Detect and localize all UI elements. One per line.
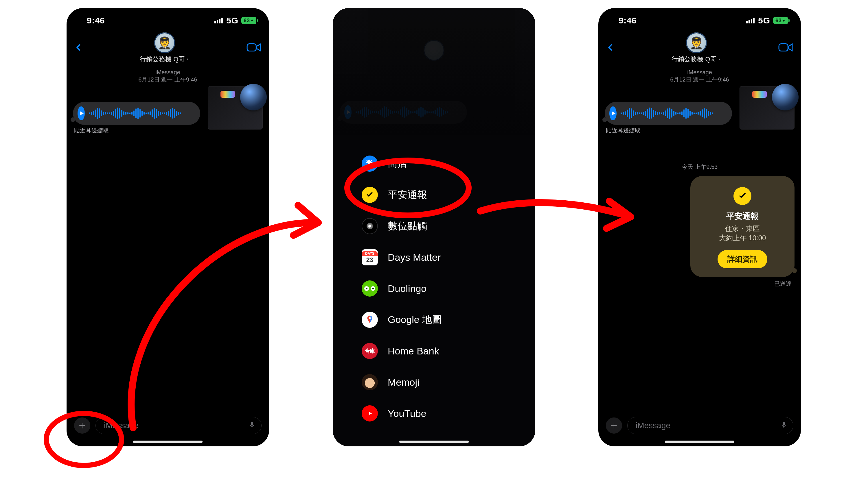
message-input[interactable]: iMessage bbox=[627, 417, 793, 434]
card-details-button[interactable]: 詳細資訊 bbox=[717, 250, 767, 268]
phone-screenshot-2: 商店 平安通報 數位點觸 DAYS23 Days Matter Duolingo… bbox=[333, 8, 535, 446]
google-maps-icon bbox=[362, 312, 378, 328]
back-button[interactable] bbox=[75, 42, 83, 54]
mic-icon[interactable] bbox=[249, 421, 255, 430]
menu-item-checkin[interactable]: 平安通報 bbox=[362, 187, 518, 203]
chevron-right-icon bbox=[186, 58, 189, 61]
input-placeholder: iMessage bbox=[636, 421, 671, 430]
photo-attachment[interactable] bbox=[740, 86, 795, 130]
status-time: 9:46 bbox=[87, 15, 105, 26]
raise-to-listen-hint: 貼近耳邊聽取 bbox=[74, 127, 109, 134]
menu-item-duolingo[interactable]: Duolingo bbox=[362, 281, 518, 297]
digital-touch-icon bbox=[362, 218, 378, 234]
menu-label: YouTube bbox=[388, 408, 427, 419]
play-icon[interactable] bbox=[609, 106, 617, 120]
contact-header[interactable]: 🧑‍✈️ 行銷公務機 Q哥 bbox=[672, 32, 721, 64]
status-bar: 9:46 5G 63 bbox=[66, 8, 269, 27]
contact-header[interactable]: 🧑‍✈️ 行銷公務機 Q哥 bbox=[140, 32, 189, 64]
input-placeholder: iMessage bbox=[104, 421, 138, 430]
check-icon bbox=[734, 187, 751, 205]
menu-item-memoji[interactable]: Memoji bbox=[362, 374, 518, 390]
imessage-app-menu: 商店 平安通報 數位點觸 DAYS23 Days Matter Duolingo… bbox=[362, 156, 518, 422]
menu-item-store[interactable]: 商店 bbox=[362, 156, 518, 172]
back-button[interactable] bbox=[607, 42, 615, 54]
youtube-icon bbox=[362, 405, 378, 422]
home-bank-icon: 合庫 bbox=[362, 343, 378, 359]
avatar: 🧑‍✈️ bbox=[154, 32, 175, 53]
waveform-icon bbox=[621, 107, 713, 119]
status-bar: 9:46 5G 63 bbox=[598, 8, 801, 27]
phone-screenshot-1: 9:46 5G 63 🧑‍✈️ 行銷公務機 Q哥 iMessage 6月12日 … bbox=[66, 8, 269, 446]
menu-label: 商店 bbox=[388, 157, 407, 170]
card-title: 平安通報 bbox=[696, 211, 789, 222]
chevron-right-icon bbox=[718, 58, 721, 61]
svg-point-1 bbox=[369, 317, 371, 319]
audio-message[interactable] bbox=[605, 102, 732, 125]
svg-rect-0 bbox=[247, 44, 256, 51]
menu-item-home-bank[interactable]: 合庫 Home Bank bbox=[362, 343, 518, 359]
memoji-icon bbox=[362, 374, 378, 390]
menu-label: Days Matter bbox=[388, 252, 441, 263]
photo-attachment[interactable] bbox=[208, 86, 263, 130]
check-icon bbox=[362, 187, 378, 203]
facetime-button[interactable] bbox=[778, 42, 793, 54]
menu-label: Duolingo bbox=[388, 283, 427, 294]
contact-name: 行銷公務機 Q哥 bbox=[140, 55, 185, 64]
message-input[interactable]: iMessage bbox=[95, 417, 261, 434]
card-location: 住家・東區 bbox=[696, 224, 789, 233]
message-date: 6月12日 週一 上午9:46 bbox=[66, 76, 269, 83]
message-date: 6月12日 週一 上午9:46 bbox=[598, 76, 801, 83]
menu-label: 平安通報 bbox=[388, 188, 427, 201]
plus-button[interactable] bbox=[606, 418, 622, 434]
checkin-card[interactable]: 平安通報 住家・東區 大約上午 10:00 詳細資訊 bbox=[690, 176, 795, 277]
facetime-button[interactable] bbox=[247, 42, 261, 54]
battery-icon: 63 bbox=[773, 17, 788, 24]
menu-label: Home Bank bbox=[388, 346, 439, 357]
menu-label: 數位點觸 bbox=[388, 220, 427, 233]
appstore-icon bbox=[362, 156, 378, 172]
timestamp: 今天 上午9:53 bbox=[598, 163, 801, 171]
menu-label: Memoji bbox=[388, 377, 420, 388]
duolingo-icon bbox=[362, 281, 378, 297]
network-label: 5G bbox=[226, 15, 239, 26]
calendar-icon: DAYS23 bbox=[362, 249, 378, 265]
avatar: 🧑‍✈️ bbox=[686, 32, 707, 53]
home-indicator[interactable] bbox=[399, 441, 469, 443]
status-time: 9:46 bbox=[619, 15, 637, 26]
plus-button[interactable] bbox=[74, 418, 90, 434]
signal-icon bbox=[746, 18, 754, 24]
waveform-icon bbox=[89, 107, 181, 119]
delivered-label: 已送達 bbox=[598, 280, 792, 288]
home-indicator[interactable] bbox=[665, 441, 734, 443]
mic-icon[interactable] bbox=[780, 421, 787, 430]
menu-item-digital-touch[interactable]: 數位點觸 bbox=[362, 218, 518, 234]
svg-rect-2 bbox=[779, 44, 788, 51]
menu-item-youtube[interactable]: YouTube bbox=[362, 405, 518, 422]
menu-label: Google 地圖 bbox=[388, 313, 442, 326]
menu-item-days-matter[interactable]: DAYS23 Days Matter bbox=[362, 249, 518, 265]
card-eta: 大約上午 10:00 bbox=[696, 233, 789, 242]
home-indicator[interactable] bbox=[133, 441, 203, 443]
signal-icon bbox=[214, 18, 223, 24]
contact-name: 行銷公務機 Q哥 bbox=[672, 55, 716, 64]
battery-icon: 63 bbox=[241, 17, 256, 24]
audio-message[interactable] bbox=[73, 102, 200, 125]
menu-item-google-maps[interactable]: Google 地圖 bbox=[362, 312, 518, 328]
play-icon[interactable] bbox=[78, 106, 85, 120]
network-label: 5G bbox=[758, 15, 770, 26]
service-label: iMessage bbox=[598, 69, 801, 76]
raise-to-listen-hint: 貼近耳邊聽取 bbox=[606, 127, 641, 134]
phone-screenshot-3: 9:46 5G 63 🧑‍✈️ 行銷公務機 Q哥 iMessage 6月12日 … bbox=[598, 8, 801, 446]
service-label: iMessage bbox=[66, 69, 269, 76]
